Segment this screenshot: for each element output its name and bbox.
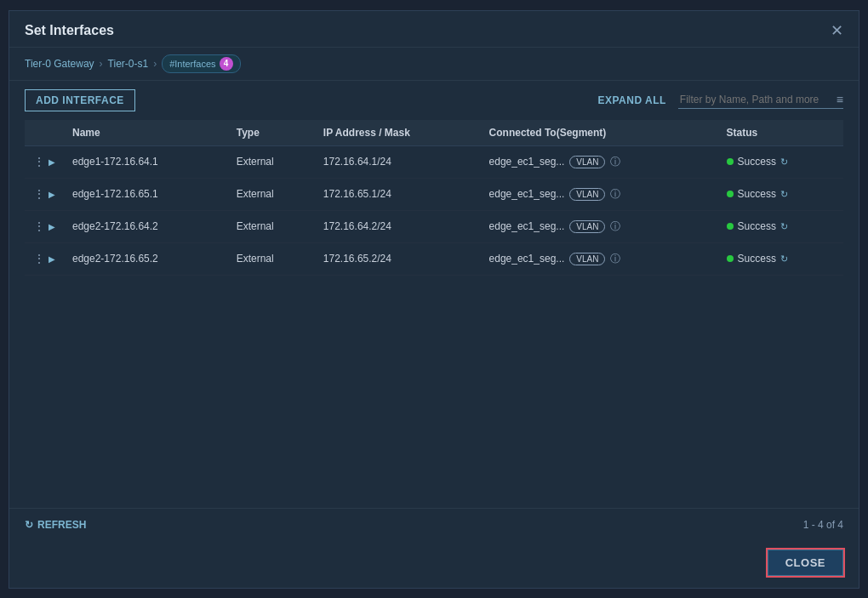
status-dot xyxy=(727,223,734,230)
vlan-badge[interactable]: VLAN xyxy=(569,220,605,233)
expand-all-button[interactable]: EXPAND ALL xyxy=(597,94,665,106)
filter-icon[interactable]: ≡ xyxy=(837,93,843,106)
row-ip: 172.16.64.1/24 xyxy=(315,145,481,178)
row-connected: edge_ec1_seg... VLAN ⓘ xyxy=(481,145,718,178)
row-status: Success ↻ xyxy=(718,178,843,210)
breadcrumb-tier0s1[interactable]: Tier-0-s1 xyxy=(108,58,149,70)
row-actions: ⋮ ▶ xyxy=(25,242,64,275)
modal-header: Set Interfaces ✕ xyxy=(9,11,859,48)
refresh-label: REFRESH xyxy=(37,519,86,531)
info-icon[interactable]: ⓘ xyxy=(610,187,620,202)
toolbar: ADD INTERFACE EXPAND ALL ≡ xyxy=(9,81,859,120)
vlan-badge[interactable]: VLAN xyxy=(569,253,605,265)
breadcrumb: Tier-0 Gateway › Tier-0-s1 › #Interfaces… xyxy=(9,48,859,81)
connected-segment: edge_ec1_seg... xyxy=(489,253,565,265)
col-type: Type xyxy=(228,120,315,146)
row-expand-icon[interactable]: ▶ xyxy=(49,254,55,264)
status-dot xyxy=(727,158,734,165)
row-ip: 172.16.64.2/24 xyxy=(315,210,481,242)
row-type: External xyxy=(228,145,315,178)
pagination-text: 1 - 4 of 4 xyxy=(803,519,843,531)
col-status: Status xyxy=(718,120,843,146)
status-text: Success xyxy=(738,188,776,200)
table-row: ⋮ ▶ edge2-172.16.64.2 External 172.16.64… xyxy=(25,210,843,242)
toolbar-right: EXPAND ALL ≡ xyxy=(597,91,843,109)
row-connected: edge_ec1_seg... VLAN ⓘ xyxy=(481,242,718,275)
status-text: Success xyxy=(738,220,776,232)
status-dot xyxy=(727,191,734,197)
row-type: External xyxy=(228,242,315,275)
row-refresh-icon[interactable]: ↻ xyxy=(780,221,788,232)
modal-footer: ↻ REFRESH 1 - 4 of 4 xyxy=(9,508,859,541)
col-connected: Connected To(Segment) xyxy=(481,120,718,146)
row-name: edge2-172.16.65.2 xyxy=(64,242,228,275)
row-menu-icon[interactable]: ⋮ xyxy=(33,187,45,201)
row-refresh-icon[interactable]: ↻ xyxy=(780,253,788,265)
row-type: External xyxy=(228,178,315,210)
row-expand-icon[interactable]: ▶ xyxy=(49,190,55,199)
row-refresh-icon[interactable]: ↻ xyxy=(780,189,788,200)
table-header-row: Name Type IP Address / Mask Connected To… xyxy=(25,120,843,146)
table-row: ⋮ ▶ edge2-172.16.65.2 External 172.16.65… xyxy=(25,242,843,275)
row-menu-icon[interactable]: ⋮ xyxy=(33,252,45,265)
row-name: edge1-172.16.65.1 xyxy=(64,178,228,210)
filter-input[interactable] xyxy=(678,91,831,108)
breadcrumb-interfaces-tag[interactable]: #Interfaces 4 xyxy=(162,54,240,73)
row-actions: ⋮ ▶ xyxy=(25,210,64,242)
connected-segment: edge_ec1_seg... xyxy=(489,188,565,200)
info-icon[interactable]: ⓘ xyxy=(610,219,620,234)
row-connected: edge_ec1_seg... VLAN ⓘ xyxy=(481,210,718,242)
status-text: Success xyxy=(738,156,776,168)
info-icon[interactable]: ⓘ xyxy=(610,155,620,169)
modal-close-x-button[interactable]: ✕ xyxy=(831,23,843,38)
interfaces-table: Name Type IP Address / Mask Connected To… xyxy=(25,120,843,276)
row-menu-icon[interactable]: ⋮ xyxy=(33,219,45,233)
row-status: Success ↻ xyxy=(718,210,843,242)
set-interfaces-modal: Set Interfaces ✕ Tier-0 Gateway › Tier-0… xyxy=(9,10,859,589)
close-button-wrap: CLOSE xyxy=(9,541,859,588)
row-type: External xyxy=(228,210,315,242)
row-expand-icon[interactable]: ▶ xyxy=(49,157,55,167)
row-refresh-icon[interactable]: ↻ xyxy=(780,157,788,168)
row-actions: ⋮ ▶ xyxy=(25,145,64,178)
breadcrumb-tag-count: 4 xyxy=(220,57,233,71)
status-dot xyxy=(727,255,734,262)
info-icon[interactable]: ⓘ xyxy=(610,252,620,266)
col-actions xyxy=(25,120,64,146)
vlan-badge[interactable]: VLAN xyxy=(569,156,605,168)
breadcrumb-tier0[interactable]: Tier-0 Gateway xyxy=(25,58,94,70)
refresh-button[interactable]: ↻ REFRESH xyxy=(25,519,86,531)
row-ip: 172.16.65.2/24 xyxy=(315,242,481,275)
breadcrumb-sep2: › xyxy=(153,58,157,70)
row-actions: ⋮ ▶ xyxy=(25,178,64,210)
row-name: edge1-172.16.64.1 xyxy=(64,145,228,178)
col-ip: IP Address / Mask xyxy=(315,120,481,146)
connected-segment: edge_ec1_seg... xyxy=(489,220,565,232)
row-menu-icon[interactable]: ⋮ xyxy=(33,155,45,168)
row-status: Success ↻ xyxy=(718,145,843,178)
row-name: edge2-172.16.64.2 xyxy=(64,210,228,242)
filter-input-wrap: ≡ xyxy=(678,91,843,109)
vlan-badge[interactable]: VLAN xyxy=(569,188,605,201)
add-interface-button[interactable]: ADD INTERFACE xyxy=(25,89,135,111)
modal-title: Set Interfaces xyxy=(25,23,114,38)
close-button[interactable]: CLOSE xyxy=(768,550,843,576)
interfaces-table-container: Name Type IP Address / Mask Connected To… xyxy=(9,120,859,508)
row-status: Success ↻ xyxy=(718,242,843,275)
table-row: ⋮ ▶ edge1-172.16.65.1 External 172.16.65… xyxy=(25,178,843,210)
breadcrumb-sep1: › xyxy=(100,58,103,70)
status-text: Success xyxy=(738,253,776,265)
table-row: ⋮ ▶ edge1-172.16.64.1 External 172.16.64… xyxy=(25,145,843,178)
col-name: Name xyxy=(64,120,228,146)
breadcrumb-tag-label: #Interfaces xyxy=(169,59,215,69)
refresh-icon: ↻ xyxy=(25,519,33,531)
connected-segment: edge_ec1_seg... xyxy=(489,156,565,168)
row-expand-icon[interactable]: ▶ xyxy=(49,222,55,231)
row-connected: edge_ec1_seg... VLAN ⓘ xyxy=(481,178,718,210)
row-ip: 172.16.65.1/24 xyxy=(315,178,481,210)
